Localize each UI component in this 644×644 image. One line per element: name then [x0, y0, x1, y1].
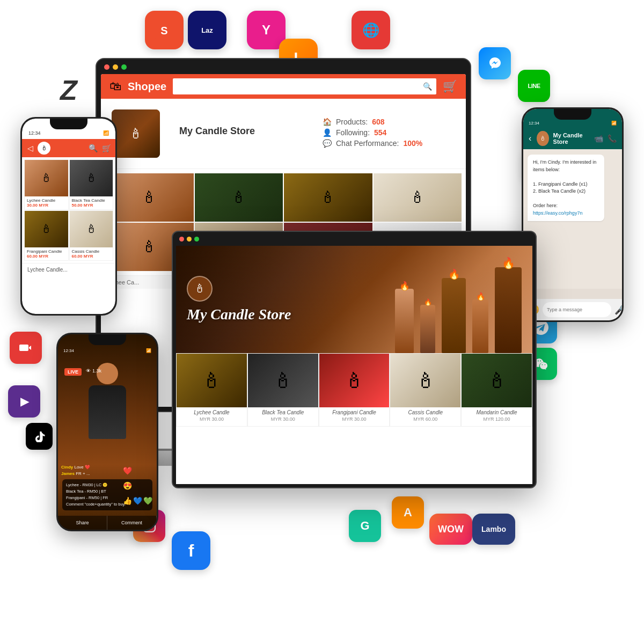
phone-product-1[interactable]: 🕯 Lychee Candle 30.00 MYR	[24, 159, 69, 210]
website-product-img-4: 🕯	[390, 354, 460, 407]
store-name-text: My Candle Store	[179, 126, 312, 137]
close-dot-web[interactable]	[179, 237, 184, 241]
phone-product-price-3: 60.00 MYR	[27, 254, 66, 259]
store-avatar: 🕯	[112, 109, 160, 158]
grammarly-icon[interactable]: G	[349, 510, 381, 542]
max-dot-web[interactable]	[194, 237, 199, 241]
following-value: 554	[374, 128, 386, 137]
product-img-3: 🕯	[284, 173, 372, 222]
website-store-name: My Candle Store	[187, 306, 291, 323]
website-product-price-2: MYR 30.00	[248, 416, 318, 422]
ahrefs-icon[interactable]: A	[392, 496, 424, 529]
phone-product-img-3: 🕯	[25, 211, 68, 247]
phone-time-right: 12:34	[529, 121, 539, 126]
share-button-live[interactable]: Share	[58, 516, 107, 530]
website-product-name-5: Mandarin Candle	[462, 409, 532, 415]
close-dot[interactable]	[104, 64, 109, 70]
product-item-3[interactable]: 🕯	[284, 173, 372, 222]
z-decoration: Z	[60, 74, 77, 106]
website-logo-icon: 🕯	[187, 276, 213, 302]
phone-product-3[interactable]: 🕯 Frangipani Candle 60.00 MYR	[24, 210, 69, 261]
wa-back-button[interactable]: ‹	[529, 134, 531, 143]
vidio-icon[interactable]: ▶	[8, 385, 40, 418]
store-icon-mobile: 🕯	[38, 142, 50, 155]
min-dot-web[interactable]	[187, 237, 192, 241]
website-product-img-3: 🕯	[319, 354, 390, 407]
phone-product-name-2: Black Tea Candle	[72, 198, 111, 203]
product-img-1: 🕯	[105, 173, 194, 222]
live-comment-1: Cindy Love ❤️	[61, 465, 135, 470]
products-label: Products:	[336, 118, 368, 126]
maximize-dot[interactable]	[121, 64, 127, 70]
live-viewer-count: 1.3k	[92, 368, 101, 374]
chat-value: 100%	[404, 139, 423, 148]
website-product-3[interactable]: 🕯 Frangipani Candle MYR 30.00	[319, 353, 390, 427]
shopee-icon[interactable]: S	[145, 11, 184, 49]
globe-icon[interactable]: 🌐	[352, 11, 390, 49]
phone-products-grid: 🕯 Lychee Candle 30.00 MYR 🕯 Black Tea Ca…	[22, 157, 115, 263]
shopee-search-bar[interactable]: 🔍	[173, 78, 436, 94]
live-comments-overlay: Cindy Love ❤️ James FR + ...	[61, 465, 135, 476]
search-icon-mobile[interactable]: 🔍	[89, 144, 98, 152]
phone-shopee: 12:34 📶 ◁ 🕯 🔍 🛒 🕯 Lychee Candle 30.00 MY…	[20, 117, 117, 316]
live-stream-content: ❤️ 😍 👍💙💚 Cindy Love ❤️ James FR + ... Ly	[58, 357, 157, 530]
tiktok-icon[interactable]	[26, 423, 53, 450]
facebook-icon[interactable]: f	[172, 531, 210, 570]
website-product-4[interactable]: 🕯 Cassis Candle MYR 60.00	[390, 353, 461, 427]
phone-product-img-1: 🕯	[25, 160, 68, 196]
wa-mic-icon[interactable]: 🎤	[614, 305, 622, 315]
phone-signal-left: 📶	[103, 130, 109, 136]
line-icon[interactable]: LINE	[518, 70, 550, 102]
live-badge: LIVE	[64, 368, 82, 376]
phone-whatsapp: 12:34 📶 ‹ 🕯 My Candle Store 📹 📞 Hi, I'm …	[522, 107, 624, 322]
website-preview: 🕯 My Candle Store 🔥 🔥 🔥 🔥	[172, 231, 537, 488]
wow-icon[interactable]: WOW	[429, 514, 472, 545]
wa-video-icon[interactable]: 📹	[594, 134, 603, 143]
website-product-2[interactable]: 🕯 Black Tea Candle MYR 30.00	[247, 353, 319, 427]
phone-product-name-1: Lychee Candle	[27, 198, 66, 203]
comment-button-live[interactable]: Comment	[107, 516, 157, 530]
phone-product-img-4: 🕯	[70, 211, 113, 247]
wa-order-link[interactable]: https://easy.co/rphgy7n	[533, 210, 599, 217]
product-item-2[interactable]: 🕯	[195, 173, 283, 222]
store-name-block: My Candle Store	[179, 126, 312, 142]
wa-call-icon[interactable]: 📞	[608, 134, 617, 143]
zoom-icon[interactable]	[10, 332, 42, 364]
shopee-cart-icon[interactable]: 🛒	[443, 79, 457, 93]
website-window-controls	[179, 237, 199, 241]
phone-product-2[interactable]: 🕯 Black Tea Candle 50.00 MYR	[69, 159, 114, 210]
cart-icon-mobile[interactable]: 🛒	[102, 144, 111, 152]
wa-message-input[interactable]	[543, 302, 611, 317]
product-item-1[interactable]: 🕯	[105, 173, 194, 222]
lazada-icon[interactable]: Laz	[188, 11, 226, 49]
messenger-icon[interactable]	[479, 47, 511, 79]
website-product-name-3: Frangipani Candle	[319, 409, 390, 415]
whatsapp-chat-header: ‹ 🕯 My Candle Store 📹 📞	[523, 128, 622, 149]
products-stat: 🏠 Products: 608	[323, 118, 455, 126]
whatsapp-input-area: 😊 🎤	[523, 299, 622, 320]
website-product-5[interactable]: 🕯 Mandarin Candle MYR 120.00	[461, 353, 532, 427]
hero-candles: 🔥 🔥 🔥 🔥 🔥	[395, 267, 522, 353]
wa-action-icons: 📹 📞	[594, 134, 617, 143]
live-badge-row: LIVE 👁 1.3k	[58, 353, 157, 357]
lambo-icon[interactable]: Lambo	[472, 514, 515, 545]
phone-time-left: 12:34	[28, 130, 41, 136]
following-label: Following:	[336, 128, 370, 137]
website-product-price-5: MYR 120.00	[462, 416, 532, 422]
website-product-price-1: MYR 30.00	[177, 416, 247, 422]
phone-product-4[interactable]: 🕯 Cassis Candle 60.00 MYR	[69, 210, 114, 261]
website-product-name-4: Cassis Candle	[390, 409, 460, 415]
website-product-1[interactable]: 🕯 Lychee Candle MYR 30.00	[176, 353, 247, 427]
back-arrow[interactable]: ◁	[27, 144, 33, 152]
phone-product-name-3: Frangipani Candle	[27, 249, 66, 254]
store-stats: 🏠 Products: 608 👤 Following: 554 💬 Chat …	[323, 118, 455, 150]
phone-product-price-4: 60.00 MYR	[72, 254, 111, 259]
live-action-buttons: Share Comment	[58, 516, 157, 530]
minimize-dot[interactable]	[113, 64, 118, 70]
live-viewers: 👁 1.3k	[86, 368, 101, 374]
product-item-4[interactable]: 🕯	[374, 173, 462, 222]
phone-nav-icons: 🔍 🛒	[89, 144, 111, 152]
website-product-price-4: MYR 60.00	[390, 416, 460, 422]
website-product-price-3: MYR 30.00	[319, 416, 390, 422]
product-img-2: 🕯	[195, 173, 283, 222]
